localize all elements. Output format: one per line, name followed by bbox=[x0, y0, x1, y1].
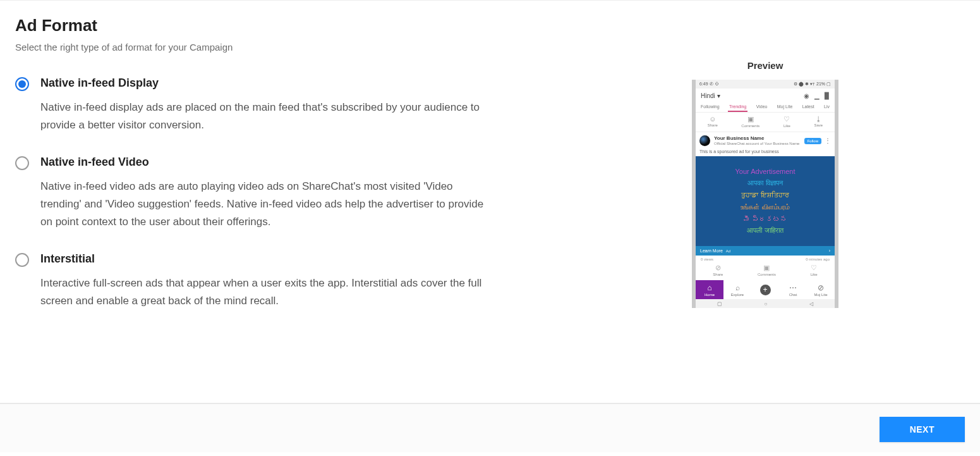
coin-icon: ◉ bbox=[804, 92, 809, 99]
tab-video: Video bbox=[755, 102, 769, 112]
whatsapp-icon: ☺ bbox=[708, 115, 718, 123]
chevron-down-icon: ▾ bbox=[717, 92, 720, 99]
comments-icon: ▣ bbox=[758, 264, 776, 272]
option-description: Native in-feed video ads are auto playin… bbox=[40, 178, 495, 231]
shortcut-share: ☺Share bbox=[708, 115, 718, 128]
moj-icon: ⊘ bbox=[818, 283, 824, 292]
page-title: Ad Format bbox=[15, 16, 622, 35]
more-icon: ⋮ bbox=[825, 138, 831, 144]
views-text: 0 views bbox=[701, 257, 713, 261]
business-subtext: Official ShareChat account of Your Busin… bbox=[714, 142, 799, 146]
chevron-right-icon: › bbox=[829, 249, 830, 253]
ad-line-5: మీ ప్రకటన bbox=[698, 215, 832, 223]
engage-meta: 0 views 0 minutes ago bbox=[696, 256, 835, 262]
share-icon: ⊘ bbox=[713, 264, 723, 272]
avatar bbox=[699, 135, 710, 146]
page-subtitle: Select the right type of ad format for y… bbox=[15, 42, 622, 52]
app-top-bar: Hindi ▾ ◉ ▁ ▉ bbox=[696, 89, 835, 102]
option-title: Interstitial bbox=[40, 252, 622, 266]
home-circle-icon: ○ bbox=[765, 301, 768, 307]
engage-comments: ▣Comments bbox=[758, 264, 776, 276]
language-selector: Hindi ▾ bbox=[701, 92, 720, 99]
radio-native-display[interactable] bbox=[15, 77, 29, 91]
save-icon: ⭳ bbox=[814, 115, 823, 123]
option-description: Interactive full-screen ads that appear … bbox=[40, 274, 495, 310]
heart-icon: ♡ bbox=[783, 115, 790, 123]
feed-tabs: Following Trending Video Moj Lite Latest… bbox=[696, 102, 835, 113]
shortcut-row: ☺Share ▣Comments ♡Like ⭳Save bbox=[696, 113, 835, 132]
option-interstitial[interactable]: Interstitial Interactive full-screen ads… bbox=[15, 252, 622, 310]
nav-explore: ⌕Explore bbox=[723, 280, 751, 299]
ad-line-1: Your Advertisement bbox=[698, 168, 832, 175]
time-text: 0 minutes ago bbox=[806, 257, 830, 261]
home-icon: ⌂ bbox=[707, 283, 711, 292]
options-column: Ad Format Select the right type of ad fo… bbox=[15, 16, 622, 403]
nav-chat: ⋯Chat bbox=[779, 280, 807, 299]
bottom-nav: ⌂Home ⌕Explore + ⋯Chat ⊘Moj Lite bbox=[696, 280, 835, 299]
cta-bar: Learn More Ad › bbox=[696, 246, 835, 256]
option-body: Native in-feed Display Native in-feed di… bbox=[40, 77, 622, 134]
tab-latest: Latest bbox=[801, 102, 816, 112]
search-icon: ⌕ bbox=[735, 283, 740, 292]
heart-icon: ♡ bbox=[811, 264, 818, 272]
notification-icon: ▁ bbox=[814, 92, 820, 99]
shortcut-like: ♡Like bbox=[783, 115, 790, 128]
nav-mojlite: ⊘Moj Lite bbox=[807, 280, 835, 299]
nav-home: ⌂Home bbox=[696, 280, 723, 299]
engage-icons: ⊘Share ▣Comments ♡Like bbox=[696, 262, 835, 280]
ad-format-page: Ad Format Select the right type of ad fo… bbox=[0, 0, 980, 404]
radio-interstitial[interactable] bbox=[15, 253, 29, 267]
plus-icon: + bbox=[760, 285, 771, 295]
language-label: Hindi bbox=[701, 92, 715, 99]
status-left: 6:49 ✆ ⏲ bbox=[699, 82, 719, 87]
next-button[interactable]: NEXT bbox=[880, 417, 965, 442]
post-header: Your Business Name Official ShareChat ac… bbox=[696, 132, 835, 149]
option-body: Native in-feed Video Native in-feed vide… bbox=[40, 156, 622, 231]
phone-preview: 6:49 ✆ ⏲ ⚙ ⬤ ✱ ▾⫯ 21% ▢ Hindi ▾ ◉ ▁ ▉ bbox=[692, 80, 838, 308]
engage-like: ♡Like bbox=[811, 264, 818, 276]
ad-line-4: உங்கள் விளம்பரம் bbox=[698, 203, 832, 211]
nav-create: + bbox=[751, 280, 779, 299]
ad-line-2: आपका विज्ञापन bbox=[698, 179, 832, 187]
tab-live: Liv bbox=[823, 102, 831, 112]
option-description: Native in-feed display ads are placed on… bbox=[40, 99, 495, 134]
option-title: Native in-feed Display bbox=[40, 77, 622, 90]
preview-label: Preview bbox=[642, 60, 888, 71]
phone-screen: 6:49 ✆ ⏲ ⚙ ⬤ ✱ ▾⫯ 21% ▢ Hindi ▾ ◉ ▁ ▉ bbox=[696, 80, 835, 308]
status-right: ⚙ ⬤ ✱ ▾⫯ 21% ▢ bbox=[794, 82, 831, 87]
option-native-display[interactable]: Native in-feed Display Native in-feed di… bbox=[15, 77, 622, 134]
comments-icon: ▣ bbox=[741, 115, 759, 123]
tab-following: Following bbox=[699, 102, 721, 112]
preview-column: Preview 6:49 ✆ ⏲ ⚙ ⬤ ✱ ▾⫯ 21% ▢ Hindi ▾ … bbox=[642, 16, 888, 403]
top-icons: ◉ ▁ ▉ bbox=[804, 92, 830, 99]
cta-label: Learn More bbox=[700, 249, 723, 253]
post-titles: Your Business Name Official ShareChat ac… bbox=[714, 136, 799, 145]
option-body: Interstitial Interactive full-screen ads… bbox=[40, 252, 622, 310]
business-name: Your Business Name bbox=[714, 136, 799, 142]
engage-share: ⊘Share bbox=[713, 264, 723, 276]
cta-ad-tag: Ad bbox=[726, 249, 730, 253]
ad-line-3: ਤੁਹਾਡਾ ਇਸ਼ਤਿਹਾਰ bbox=[698, 191, 832, 199]
shortcut-comments: ▣Comments bbox=[741, 115, 759, 128]
sponsored-text: This is a sponsored ad for your business bbox=[696, 149, 835, 156]
back-icon: ◁ bbox=[809, 301, 813, 307]
chat-icon: ⋯ bbox=[789, 283, 797, 292]
system-nav: ▢ ○ ◁ bbox=[696, 299, 835, 308]
ad-line-6: आपली जाहिरात bbox=[698, 226, 832, 235]
option-title: Native in-feed Video bbox=[40, 156, 622, 169]
tab-mojlite: Moj Lite bbox=[776, 102, 794, 112]
shortcut-save: ⭳Save bbox=[814, 115, 823, 128]
ad-creative: Your Advertisement आपका विज्ञापन ਤੁਹਾਡਾ … bbox=[696, 156, 835, 246]
option-native-video[interactable]: Native in-feed Video Native in-feed vide… bbox=[15, 156, 622, 231]
tab-trending: Trending bbox=[728, 102, 747, 112]
follow-button: Follow bbox=[804, 138, 821, 144]
profile-icon: ▉ bbox=[825, 92, 830, 99]
status-bar: 6:49 ✆ ⏲ ⚙ ⬤ ✱ ▾⫯ 21% ▢ bbox=[696, 80, 835, 89]
recent-icon: ▢ bbox=[717, 301, 722, 307]
radio-native-video[interactable] bbox=[15, 156, 29, 170]
footer: NEXT bbox=[0, 404, 980, 452]
